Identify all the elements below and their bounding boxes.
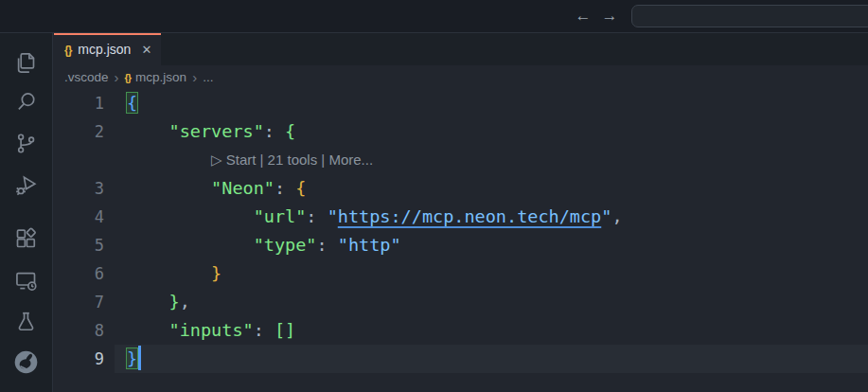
code-text: }, — [127, 288, 190, 316]
code-line-4[interactable]: 4 "url": "https://mcp.neon.tech/mcp", — [54, 203, 868, 231]
code-token: : — [264, 121, 275, 141]
explorer-icon[interactable] — [13, 50, 39, 76]
code-token: } — [211, 263, 221, 283]
code-token: { — [127, 93, 137, 113]
tab-bar: {} mcp.json ✕ — [54, 33, 868, 65]
tab-mcp-json[interactable]: {} mcp.json ✕ — [54, 33, 161, 65]
search-icon[interactable] — [13, 89, 39, 115]
chevron-right-icon: › — [115, 70, 119, 84]
code-token — [127, 292, 169, 312]
code-token: "Neon" — [211, 178, 275, 198]
code-line-6[interactable]: 6 } — [54, 259, 868, 288]
line-number: 8 — [54, 316, 104, 345]
code-token: , — [611, 206, 622, 226]
remote-explorer-icon[interactable] — [13, 268, 39, 294]
extensions-icon[interactable] — [13, 225, 39, 251]
chevron-right-icon: › — [192, 70, 197, 84]
code-token: , — [180, 292, 190, 312]
code-text: "Neon": { — [127, 174, 306, 203]
code-token: : — [254, 320, 264, 340]
line-number: 9 — [54, 345, 104, 373]
code-token: "http" — [338, 235, 401, 255]
code-token: "inputs" — [169, 320, 254, 340]
text-cursor — [138, 346, 141, 370]
json-braces-icon: {} — [64, 44, 71, 57]
forward-arrow-icon[interactable]: → — [598, 0, 621, 32]
title-bar: ← → — [0, 0, 868, 33]
breadcrumb: .vscode › {} mcp.json › ... — [54, 65, 868, 89]
line-number: 5 — [54, 231, 104, 259]
code-line-2[interactable]: 2 "servers": { — [54, 117, 868, 146]
tab-close-icon[interactable]: ✕ — [141, 43, 151, 57]
code-token — [264, 320, 275, 340]
code-line-3[interactable]: 3 "Neon": { — [54, 174, 868, 203]
code-token — [127, 263, 211, 283]
activity-bar — [0, 33, 53, 392]
code-token: } — [127, 348, 137, 368]
breadcrumb-symbol[interactable]: ... — [203, 70, 213, 84]
command-center-search-box[interactable] — [631, 5, 868, 27]
code-text: } — [127, 345, 141, 373]
url-link[interactable]: https://mcp.neon.tech/mcp — [338, 206, 601, 226]
line-number: 1 — [54, 89, 104, 117]
line-number: 4 — [54, 203, 104, 231]
code-token: " — [601, 206, 611, 226]
line-number: 3 — [54, 174, 104, 203]
code-token — [328, 235, 338, 255]
code-line-9[interactable]: 9} — [54, 345, 868, 373]
code-token: { — [295, 178, 306, 198]
line-number: 7 — [54, 288, 104, 316]
code-line-8[interactable]: 8 "inputs": [] — [54, 316, 868, 345]
codelens-actions[interactable]: ▷ Start | 21 tools | More... — [54, 146, 868, 174]
line-number: 6 — [54, 259, 104, 288]
json-braces-icon: {} — [125, 72, 132, 83]
code-token: { — [285, 121, 295, 141]
code-token — [127, 206, 254, 226]
code-token — [285, 178, 295, 198]
rabbit-extension-icon[interactable] — [13, 349, 39, 375]
code-line-7[interactable]: 7 }, — [54, 288, 868, 316]
code-token — [275, 121, 285, 141]
code-token: : — [316, 235, 327, 255]
breadcrumb-file[interactable]: mcp.json — [135, 70, 186, 84]
code-token — [127, 121, 169, 141]
code-text: "type": "http" — [127, 231, 401, 259]
code-token: "type" — [254, 235, 317, 255]
current-line-highlight — [115, 345, 868, 373]
line-number: 2 — [54, 117, 104, 146]
code-lines: 1{2 "servers": {▷ Start | 21 tools | Mor… — [54, 89, 868, 373]
code-token: [] — [275, 320, 295, 340]
tab-label: mcp.json — [78, 42, 131, 57]
testing-beaker-icon[interactable] — [13, 309, 39, 334]
code-token: : — [306, 206, 316, 226]
source-control-icon[interactable] — [13, 131, 39, 156]
code-token — [127, 178, 211, 198]
code-token: "servers" — [169, 121, 264, 141]
code-line-5[interactable]: 5 "type": "http" — [54, 231, 868, 259]
back-arrow-icon[interactable]: ← — [572, 0, 594, 32]
editor-group: {} mcp.json ✕ .vscode › {} mcp.json › ..… — [54, 33, 868, 392]
code-token — [317, 206, 328, 226]
code-text: { — [127, 89, 137, 117]
code-line-1[interactable]: 1{ — [54, 89, 868, 117]
code-text: "inputs": [] — [127, 316, 295, 345]
code-text: "servers": { — [127, 117, 295, 146]
code-token: " — [328, 206, 338, 226]
breadcrumb-folder[interactable]: .vscode — [64, 70, 109, 84]
code-token: : — [275, 178, 285, 198]
run-and-debug-icon[interactable] — [13, 173, 39, 199]
code-token: } — [169, 292, 180, 312]
code-token — [127, 235, 254, 255]
code-text: } — [127, 259, 221, 288]
code-token: "url" — [254, 206, 307, 226]
code-token — [127, 320, 169, 340]
code-editor[interactable]: 1{2 "servers": {▷ Start | 21 tools | Mor… — [54, 89, 868, 392]
code-text: "url": "https://mcp.neon.tech/mcp", — [127, 203, 623, 231]
